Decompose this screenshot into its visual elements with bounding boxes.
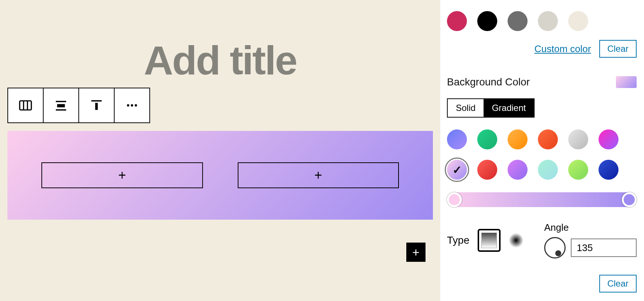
linear-gradient-icon (481, 233, 497, 248)
svg-point-8 (127, 104, 129, 106)
angle-dial-indicator (555, 250, 561, 256)
columns-icon (18, 98, 33, 113)
clear-background-button[interactable]: Clear (599, 275, 637, 292)
add-block-button[interactable]: + (406, 243, 426, 262)
solid-tab[interactable]: Solid (448, 99, 484, 117)
columns-block-button[interactable] (7, 88, 44, 123)
svg-rect-4 (57, 104, 65, 108)
editor-canvas: Add title (0, 0, 440, 301)
text-color-swatches (447, 11, 637, 31)
gradient-preset-2[interactable] (508, 129, 528, 149)
columns-block[interactable]: + + (7, 131, 433, 220)
gradient-tab[interactable]: Gradient (484, 99, 534, 117)
gradient-presets (447, 129, 628, 180)
vertical-align-button[interactable] (78, 88, 115, 123)
text-color-swatch-3[interactable] (538, 11, 558, 31)
text-color-swatch-4[interactable] (568, 11, 588, 31)
background-color-label: Background Color (447, 76, 530, 88)
gradient-preset-9[interactable] (538, 160, 558, 180)
svg-rect-0 (20, 101, 31, 110)
angle-dial[interactable] (544, 237, 566, 258)
column-appender-2[interactable]: + (238, 162, 399, 188)
gradient-preset-4[interactable] (568, 129, 588, 149)
gradient-type-label: Type (447, 234, 470, 246)
gradient-preset-7[interactable] (477, 160, 497, 180)
custom-color-link[interactable]: Custom color (534, 43, 591, 55)
gradient-preset-3[interactable] (538, 129, 558, 149)
ellipsis-icon (124, 98, 140, 113)
gradient-preset-1[interactable] (477, 129, 497, 149)
angle-label: Angle (544, 222, 637, 233)
settings-sidebar: Custom color Clear Background Color Soli… (440, 0, 644, 301)
gradient-preset-11[interactable] (599, 160, 618, 180)
more-options-button[interactable] (114, 88, 150, 123)
align-center-icon (53, 98, 69, 113)
clear-text-color-button[interactable]: Clear (599, 40, 637, 58)
radial-gradient-button[interactable] (509, 233, 523, 248)
svg-rect-7 (95, 103, 98, 110)
align-button[interactable] (43, 88, 79, 123)
gradient-preset-8[interactable] (508, 160, 528, 180)
gradient-preset-5[interactable] (599, 129, 618, 149)
align-top-icon (89, 98, 104, 113)
text-color-swatch-2[interactable] (508, 11, 528, 31)
block-toolbar (7, 88, 150, 123)
gradient-preset-0[interactable] (447, 129, 467, 149)
gradient-stop-2[interactable] (622, 192, 637, 207)
background-preview-swatch (616, 76, 637, 88)
linear-gradient-button[interactable] (478, 229, 501, 252)
angle-input[interactable] (571, 239, 637, 257)
post-title-placeholder[interactable]: Add title (7, 40, 433, 81)
svg-point-9 (131, 104, 133, 106)
text-color-swatch-0[interactable] (447, 11, 467, 31)
gradient-preset-10[interactable] (568, 160, 588, 180)
gradient-stop-1[interactable] (447, 192, 462, 207)
color-mode-toggle: Solid Gradient (447, 98, 535, 118)
column-appender-1[interactable]: + (41, 162, 203, 188)
gradient-bar[interactable] (447, 192, 637, 207)
svg-point-10 (135, 104, 137, 106)
gradient-bar-track (447, 192, 637, 207)
text-color-swatch-1[interactable] (477, 11, 497, 31)
gradient-preset-6[interactable] (447, 160, 467, 180)
